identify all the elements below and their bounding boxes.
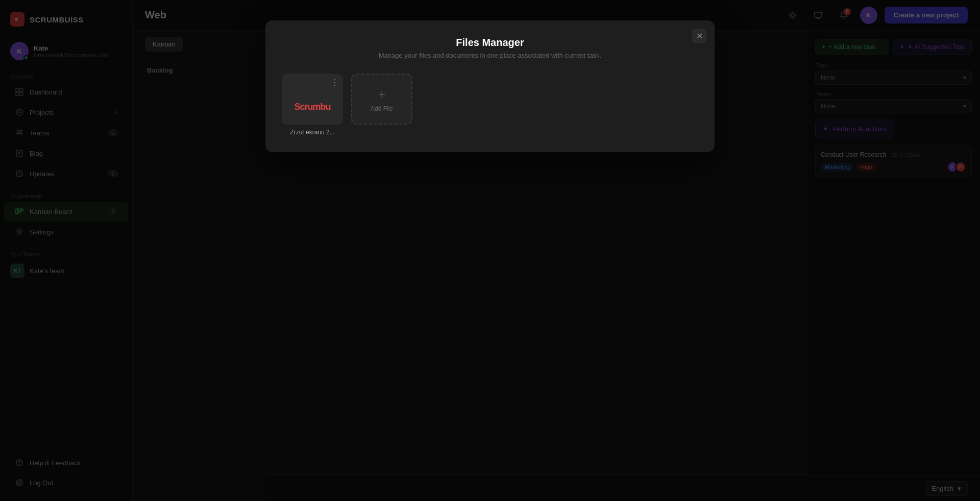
files-grid: ⋮ Scrumbu Zrzut ekranu 2... ＋ Add File (282, 74, 698, 136)
add-file-plus-icon: ＋ (376, 86, 388, 102)
files-manager-modal: ✕ Files Manager Manage your files and do… (265, 20, 715, 152)
file-item: ⋮ Scrumbu Zrzut ekranu 2... (282, 74, 343, 136)
file-thumbnail[interactable]: ⋮ Scrumbu (282, 74, 343, 125)
add-file-button[interactable]: ＋ Add File (351, 74, 412, 125)
modal-title: Files Manager (282, 37, 698, 49)
modal-overlay[interactable]: ✕ Files Manager Manage your files and do… (0, 0, 980, 501)
add-file-label: Add File (371, 105, 393, 112)
file-name: Zrzut ekranu 2... (290, 129, 334, 136)
modal-subtitle: Manage your files and documents in one p… (282, 52, 698, 59)
file-thumbnail-content: Scrumbu (282, 89, 343, 125)
modal-close-button[interactable]: ✕ (692, 29, 706, 43)
file-preview-logo: Scrumbu (294, 102, 330, 112)
add-file-item: ＋ Add File (351, 74, 412, 136)
file-menu-dots[interactable]: ⋮ (331, 78, 339, 87)
